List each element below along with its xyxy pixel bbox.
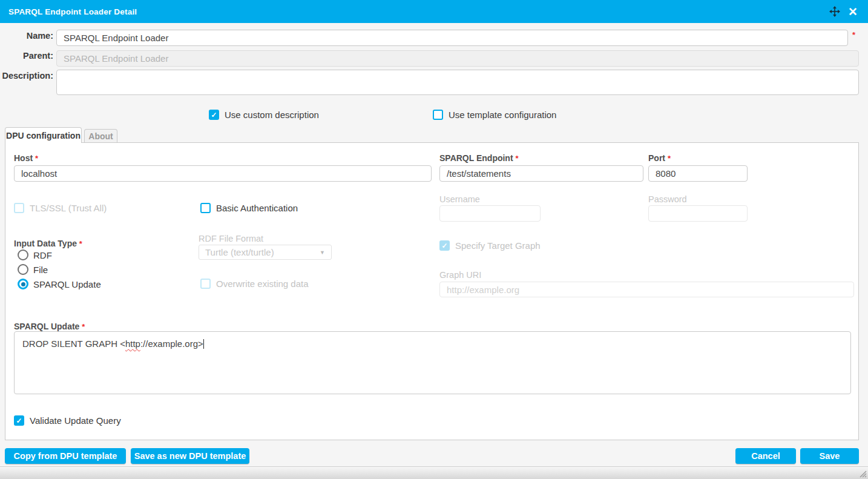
host-input[interactable] bbox=[14, 165, 432, 182]
tab-dpu-configuration[interactable]: DPU configuration bbox=[5, 127, 82, 143]
host-label: Host * bbox=[14, 153, 38, 163]
validate-update-query-checkbox[interactable]: ✓ Validate Update Query bbox=[14, 415, 121, 426]
port-input[interactable] bbox=[648, 165, 748, 182]
tls-ssl-label: TLS/SSL (Trust All) bbox=[30, 203, 107, 213]
resize-grip-icon[interactable] bbox=[858, 469, 867, 478]
radio-rdf[interactable]: RDF bbox=[18, 249, 52, 260]
misspelled-word: http bbox=[125, 339, 140, 349]
cancel-button[interactable]: Cancel bbox=[735, 448, 796, 464]
specify-target-graph-label: Specify Target Graph bbox=[455, 240, 541, 251]
radio-unselected-icon bbox=[18, 249, 28, 260]
checkbox-unchecked-icon bbox=[14, 203, 24, 213]
username-input bbox=[439, 205, 541, 222]
description-label: Description: bbox=[0, 71, 53, 81]
sparql-endpoint-label: SPARQL Endpoint * bbox=[439, 153, 519, 163]
save-button[interactable]: Save bbox=[800, 448, 859, 464]
graph-uri-label: Graph URI bbox=[439, 270, 481, 280]
radio-sparql-update[interactable]: SPARQL Update bbox=[18, 279, 101, 289]
rdf-file-format-value: Turtle (text/turtle) bbox=[205, 247, 274, 257]
dialog-title: SPARQL Endpoint Loader Detail bbox=[8, 7, 828, 16]
tls-ssl-checkbox: TLS/SSL (Trust All) bbox=[14, 203, 107, 213]
parent-input bbox=[56, 50, 859, 67]
specify-target-graph-checkbox: ✓ Specify Target Graph bbox=[439, 240, 541, 251]
basic-authentication-checkbox[interactable]: Basic Authentication bbox=[200, 203, 298, 213]
rdf-file-format-select: Turtle (text/turtle) ▼ bbox=[199, 245, 332, 260]
overwrite-existing-data-checkbox: Overwrite existing data bbox=[200, 279, 309, 289]
chevron-down-icon: ▼ bbox=[320, 249, 325, 256]
radio-selected-icon bbox=[18, 279, 28, 289]
checkbox-unchecked-icon bbox=[200, 279, 211, 289]
checkbox-checked-icon: ✓ bbox=[439, 240, 450, 251]
password-input bbox=[648, 205, 748, 222]
move-icon[interactable] bbox=[828, 5, 841, 18]
basic-authentication-label: Basic Authentication bbox=[216, 203, 298, 213]
parent-label: Parent: bbox=[0, 51, 53, 61]
dpu-detail-dialog: SPARQL Endpoint Loader Detail ✕ Name: * … bbox=[0, 0, 868, 479]
save-as-new-dpu-template-button[interactable]: Save as new DPU template bbox=[131, 448, 249, 464]
rdf-file-format-label: RDF File Format bbox=[199, 234, 263, 243]
description-input[interactable] bbox=[56, 70, 859, 95]
copy-from-dpu-template-button[interactable]: Copy from DPU template bbox=[5, 448, 126, 464]
name-required-marker: * bbox=[852, 30, 855, 39]
checkbox-unchecked-icon bbox=[200, 203, 211, 213]
text-cursor bbox=[203, 339, 204, 349]
use-custom-description-label: Use custom description bbox=[225, 110, 319, 120]
password-label: Password bbox=[648, 194, 687, 204]
sparql-update-label: SPARQL Update * bbox=[14, 322, 85, 331]
port-label: Port * bbox=[648, 153, 671, 163]
overwrite-existing-data-label: Overwrite existing data bbox=[216, 279, 309, 289]
sparql-endpoint-input[interactable] bbox=[439, 165, 643, 182]
name-input[interactable] bbox=[56, 30, 848, 46]
checkbox-unchecked-icon bbox=[433, 110, 443, 120]
graph-uri-input bbox=[439, 282, 854, 297]
use-template-configuration-label: Use template configuration bbox=[449, 110, 556, 120]
use-custom-description-checkbox[interactable]: ✓ Use custom description bbox=[209, 110, 319, 120]
radio-file[interactable]: File bbox=[18, 264, 48, 275]
checkbox-checked-icon: ✓ bbox=[14, 415, 24, 426]
username-label: Username bbox=[439, 194, 480, 204]
name-label: Name: bbox=[0, 31, 53, 41]
sparql-update-input[interactable]: DROP SILENT GRAPH <http://example.org> bbox=[14, 331, 851, 394]
input-data-type-label: Input Data Type * bbox=[14, 239, 82, 248]
validate-update-query-label: Validate Update Query bbox=[30, 415, 121, 426]
tab-about[interactable]: About bbox=[84, 129, 117, 143]
checkbox-checked-icon: ✓ bbox=[209, 110, 219, 120]
dpu-configuration-panel: Host * SPARQL Endpoint * Port * TLS/SSL … bbox=[5, 142, 859, 440]
status-bar bbox=[0, 466, 868, 479]
radio-unselected-icon bbox=[18, 264, 28, 275]
dialog-titlebar: SPARQL Endpoint Loader Detail ✕ bbox=[0, 0, 868, 23]
use-template-configuration-checkbox[interactable]: Use template configuration bbox=[433, 110, 556, 120]
close-icon[interactable]: ✕ bbox=[846, 5, 860, 18]
